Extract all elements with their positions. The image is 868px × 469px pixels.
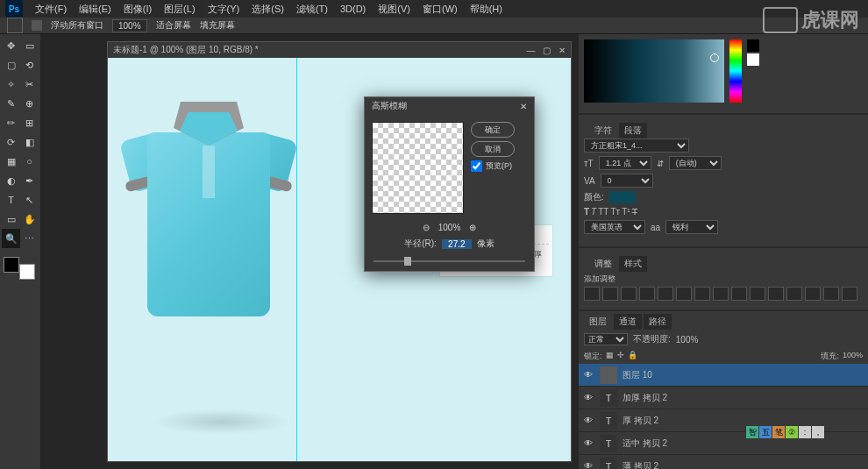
path-tool[interactable]: ↖ [20, 190, 39, 210]
text-color-swatch[interactable] [609, 191, 636, 203]
minimize-icon[interactable]: — [526, 46, 535, 55]
history-tool[interactable]: ⟳ [2, 132, 20, 152]
eyedrop-tool[interactable]: ✎ [2, 94, 20, 113]
blur-tool[interactable]: ○ [20, 152, 39, 171]
dialog-close-icon[interactable]: ✕ [520, 102, 527, 111]
zoom-value[interactable]: 100% [112, 19, 147, 32]
type-tool[interactable]: T [2, 190, 20, 210]
lang-select[interactable]: 美国英语 [584, 220, 645, 234]
adj-exposure-icon[interactable] [639, 287, 655, 301]
swatch-black[interactable] [747, 39, 759, 52]
heal-tool[interactable]: ⊕ [20, 94, 39, 113]
zoom-out-icon[interactable]: ⊖ [423, 223, 430, 232]
menu-layer[interactable]: 图层(L) [164, 3, 195, 16]
color-picker[interactable] [584, 39, 724, 103]
tab-paragraph[interactable]: 段落 [619, 123, 647, 139]
leading-select[interactable]: (自动) [669, 156, 722, 170]
preview-checkbox[interactable] [471, 160, 482, 172]
adj-photo-icon[interactable] [713, 287, 729, 301]
tracking-select[interactable]: 0 [601, 174, 653, 188]
hue-slider[interactable] [729, 39, 742, 103]
tab-layers[interactable]: 图层 [584, 314, 612, 330]
lock-pixels-icon[interactable]: ▦ [606, 351, 614, 362]
blur-preview[interactable] [372, 122, 464, 214]
crop-tool[interactable]: ✂ [20, 75, 39, 94]
blend-mode-select[interactable]: 正常 [584, 333, 628, 345]
cancel-button[interactable]: 取消 [471, 141, 515, 157]
menu-select[interactable]: 选择(S) [252, 3, 284, 16]
bold-button[interactable]: T [584, 207, 589, 217]
menu-view[interactable]: 视图(V) [378, 3, 410, 16]
layer-row[interactable]: 👁 图层 10 [579, 364, 868, 387]
gradient-tool[interactable]: ▦ [2, 152, 20, 171]
visibility-icon[interactable]: 👁 [584, 393, 594, 402]
lock-pos-icon[interactable]: ✢ [617, 351, 624, 362]
ok-button[interactable]: 确定 [471, 122, 515, 138]
document-titlebar[interactable]: 未标题-1 @ 100% (图层 10, RGB/8) * — ▢ ✕ [108, 42, 571, 58]
adj-mixer-icon[interactable] [731, 287, 747, 301]
artboard-tool[interactable]: ▭ [20, 36, 39, 55]
visibility-icon[interactable]: 👁 [584, 438, 594, 448]
adj-sel-icon[interactable] [842, 287, 857, 301]
radius-slider[interactable] [374, 257, 525, 266]
adj-grad-icon[interactable] [823, 287, 839, 301]
menu-help[interactable]: 帮助(H) [470, 3, 502, 16]
visibility-icon[interactable]: 👁 [584, 370, 594, 380]
allcaps-button[interactable]: TT [598, 207, 608, 217]
tab-styles[interactable]: 样式 [619, 256, 647, 272]
guide-line[interactable] [296, 58, 297, 461]
tab-channels[interactable]: 通道 [614, 314, 642, 330]
lock-all-icon[interactable]: 🔒 [628, 351, 637, 362]
move-tool[interactable]: ✥ [2, 36, 20, 55]
dodge-tool[interactable]: ◐ [2, 171, 20, 190]
strike-button[interactable]: T̶ [632, 207, 637, 217]
tab-character[interactable]: 字符 [589, 123, 617, 139]
layer-row[interactable]: 👁 T 薄 拷贝 2 [579, 455, 868, 469]
adj-invert-icon[interactable] [768, 287, 784, 301]
adj-levels-icon[interactable] [602, 287, 618, 301]
italic-button[interactable]: T [591, 207, 596, 217]
lasso-tool[interactable]: ⟲ [20, 55, 39, 75]
tab-adjustments[interactable]: 调整 [589, 256, 617, 272]
menu-window[interactable]: 窗口(W) [423, 3, 458, 16]
fill-value[interactable]: 100% [843, 351, 863, 362]
super-button[interactable]: T¹ [622, 207, 630, 217]
adj-lookup-icon[interactable] [750, 287, 765, 301]
close-icon[interactable]: ✕ [559, 46, 566, 55]
marquee-tool[interactable]: ▢ [2, 55, 20, 75]
zoom-in-icon[interactable]: ⊕ [469, 223, 476, 232]
extra-tool[interactable]: ⋯ [20, 229, 39, 248]
menu-type[interactable]: 文字(Y) [208, 3, 240, 16]
hand-tool[interactable]: ✋ [20, 210, 39, 229]
layer-row[interactable]: 👁 T 适中 拷贝 2 [579, 432, 868, 455]
zoom-tool[interactable]: 🔍 [2, 229, 20, 248]
visibility-icon[interactable]: 👁 [584, 416, 594, 425]
brush-tool[interactable]: ✏ [2, 113, 20, 132]
rect-tool[interactable]: ▭ [2, 210, 20, 229]
swatch-white[interactable] [747, 53, 759, 66]
fit-screen-button[interactable]: 适合屏幕 [156, 19, 191, 32]
adj-curves-icon[interactable] [621, 287, 637, 301]
smallcaps-button[interactable]: Tт [610, 207, 620, 217]
eraser-tool[interactable]: ◧ [20, 132, 39, 152]
visibility-icon[interactable]: 👁 [584, 461, 594, 469]
layer-row[interactable]: 👁 T 厚 拷贝 2 [579, 409, 868, 432]
adj-vibrance-icon[interactable] [658, 287, 673, 301]
pen-tool[interactable]: ✒ [20, 171, 39, 190]
adj-brightness-icon[interactable] [584, 287, 600, 301]
current-tool-icon[interactable] [7, 18, 23, 33]
layer-row[interactable]: 👁 T 加厚 拷贝 2 [579, 387, 868, 409]
wand-tool[interactable]: ✧ [2, 75, 20, 94]
tab-paths[interactable]: 路径 [644, 314, 672, 330]
adj-bw-icon[interactable] [694, 287, 710, 301]
ime-bar[interactable]: 智 五 笔 ② : , [746, 426, 824, 438]
font-size-select[interactable]: 1.21 点 [599, 156, 651, 170]
menu-3d[interactable]: 3D(D) [340, 4, 366, 14]
adj-hue-icon[interactable] [676, 287, 692, 301]
adj-thresh-icon[interactable] [805, 287, 821, 301]
maximize-icon[interactable]: ▢ [543, 46, 551, 55]
radius-input[interactable] [442, 239, 472, 249]
fg-bg-swatch[interactable] [2, 255, 37, 281]
menu-file[interactable]: 文件(F) [35, 3, 67, 16]
stamp-tool[interactable]: ⊞ [20, 113, 39, 132]
